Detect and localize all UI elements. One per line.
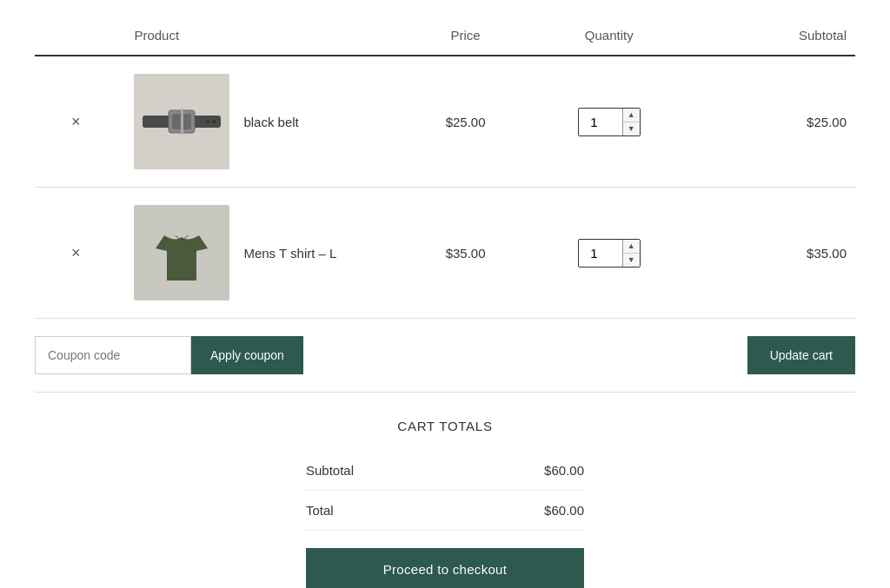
quantity-cell: ▲ ▼ bbox=[527, 56, 691, 188]
total-label: Total bbox=[306, 503, 334, 518]
table-row: × Mens T shirt – L $35.00 ▲ ▼ bbox=[35, 188, 855, 319]
cart-table: Product Price Quantity Subtotal × bbox=[35, 17, 855, 319]
svg-point-5 bbox=[212, 120, 216, 123]
update-cart-button[interactable]: Update cart bbox=[747, 336, 855, 374]
quantity-up-button[interactable]: ▲ bbox=[623, 240, 640, 254]
cart-container: Product Price Quantity Subtotal × bbox=[0, 0, 890, 588]
coupon-row: Apply coupon Update cart bbox=[35, 319, 855, 393]
svg-rect-3 bbox=[181, 109, 183, 135]
remove-item-button[interactable]: × bbox=[64, 241, 88, 266]
header-subtotal: Subtotal bbox=[691, 17, 855, 56]
subtotal-row: Subtotal $60.00 bbox=[306, 451, 584, 491]
product-name: black belt bbox=[243, 115, 298, 129]
header-remove bbox=[35, 17, 116, 56]
quantity-down-button[interactable]: ▼ bbox=[623, 122, 640, 135]
subtotal-value: $60.00 bbox=[544, 463, 584, 478]
checkout-button[interactable]: Proceed to checkout bbox=[306, 548, 584, 588]
quantity-spinners: ▲ ▼ bbox=[622, 240, 640, 267]
subtotal-label: Subtotal bbox=[306, 463, 354, 478]
remove-item-button[interactable]: × bbox=[64, 109, 88, 135]
quantity-down-button[interactable]: ▼ bbox=[623, 254, 640, 267]
quantity-cell: ▲ ▼ bbox=[527, 188, 691, 319]
cart-totals-box: CART TOTALS Subtotal $60.00 Total $60.00… bbox=[306, 419, 584, 588]
subtotal-cell: $25.00 bbox=[691, 56, 855, 188]
subtotal-cell: $35.00 bbox=[691, 188, 855, 319]
svg-point-4 bbox=[206, 120, 209, 123]
total-value: $60.00 bbox=[544, 503, 584, 518]
quantity-up-button[interactable]: ▲ bbox=[623, 109, 640, 122]
total-row: Total $60.00 bbox=[306, 491, 584, 531]
product-cell: black belt bbox=[125, 74, 395, 169]
product-name: Mens T shirt – L bbox=[243, 246, 336, 261]
quantity-spinners: ▲ ▼ bbox=[622, 109, 640, 135]
coupon-input[interactable] bbox=[35, 336, 191, 374]
quantity-wrapper: ▲ ▼ bbox=[578, 108, 641, 136]
price-cell: $25.00 bbox=[404, 56, 528, 188]
header-price: Price bbox=[404, 17, 528, 56]
table-row: × black belt $2 bbox=[35, 56, 855, 188]
header-quantity: Quantity bbox=[527, 17, 691, 56]
product-image bbox=[134, 205, 229, 301]
product-cell: Mens T shirt – L bbox=[125, 205, 395, 301]
table-header-row: Product Price Quantity Subtotal bbox=[35, 17, 855, 56]
quantity-input[interactable] bbox=[579, 241, 622, 266]
coupon-area: Apply coupon bbox=[35, 336, 303, 374]
header-product: Product bbox=[116, 17, 403, 56]
quantity-input[interactable] bbox=[579, 109, 622, 135]
apply-coupon-button[interactable]: Apply coupon bbox=[191, 336, 303, 374]
cart-totals-title: CART TOTALS bbox=[306, 419, 584, 433]
price-cell: $35.00 bbox=[404, 188, 528, 319]
quantity-wrapper: ▲ ▼ bbox=[578, 239, 641, 268]
product-image bbox=[134, 74, 229, 169]
update-cart-area: Update cart bbox=[747, 336, 855, 374]
cart-totals-section: CART TOTALS Subtotal $60.00 Total $60.00… bbox=[35, 419, 855, 588]
